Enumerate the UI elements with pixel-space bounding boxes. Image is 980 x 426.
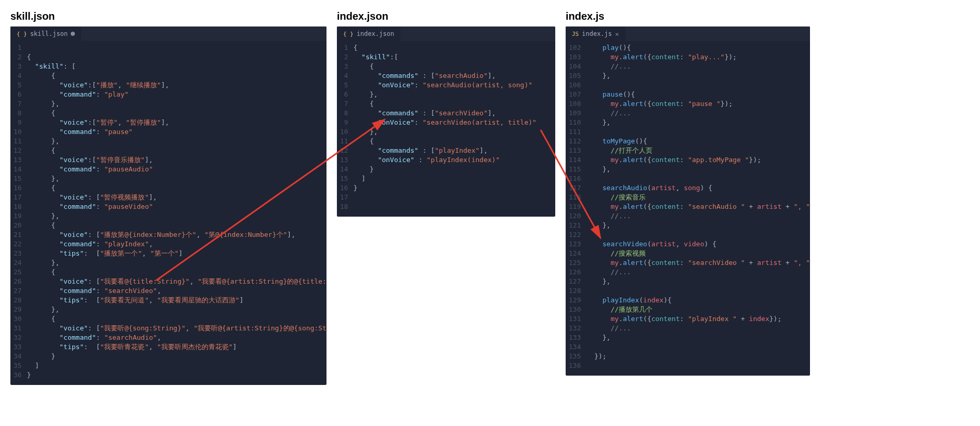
code-line[interactable]: "tips": ["播放第一个", "第一个"]	[27, 249, 326, 258]
code-line[interactable]: {	[354, 137, 537, 146]
code-line[interactable]: {	[27, 146, 326, 155]
code-line[interactable]: }	[27, 370, 326, 380]
code-line[interactable]: my.alert({content: "play..."});	[586, 52, 810, 62]
code-line[interactable]: "commands" : ["playIndex"],	[354, 146, 537, 155]
code-line[interactable]: },	[586, 277, 810, 286]
code-line[interactable]: "voice": ["我要看@{title:String}", "我要看@{ar…	[27, 277, 326, 286]
code-line[interactable]: "skill":[	[354, 52, 537, 62]
code-line[interactable]: "command": "play"	[27, 90, 326, 99]
code-line[interactable]: },	[27, 211, 326, 221]
code-area[interactable]: 1234567891011121314151617181920212223242…	[10, 41, 326, 385]
code-line[interactable]: },	[354, 127, 537, 137]
code-line[interactable]	[354, 193, 537, 202]
code-line[interactable]: "voice": ["暂停视频播放"],	[27, 193, 326, 202]
code-line[interactable]	[586, 81, 810, 90]
code-line[interactable]: {	[27, 109, 326, 118]
code-line[interactable]: {	[27, 314, 326, 324]
editor-index-json[interactable]: { } index.json 1234567891011121314151617…	[337, 26, 555, 217]
code-line[interactable]: {	[27, 221, 326, 230]
code-line[interactable]: },	[586, 165, 810, 174]
code-line[interactable]: //...	[586, 324, 810, 333]
code-line[interactable]: "voice":["暂停音乐播放"],	[27, 155, 326, 165]
code-line[interactable]: "command": "playIndex",	[27, 239, 326, 249]
code-line[interactable]: my.alert({content: "searchVideo " + arti…	[586, 258, 810, 268]
tab-index-json[interactable]: { } index.json	[337, 26, 400, 41]
code-line[interactable]: },	[586, 221, 810, 230]
code-line[interactable]: "voice":["暂停", "暂停播放"],	[27, 118, 326, 127]
code-line[interactable]: my.alert({content: "pause "});	[586, 99, 810, 109]
code-line[interactable]: }	[354, 183, 537, 193]
code-line[interactable]: playIndex(index){	[586, 296, 810, 305]
code-line[interactable]: "command": "pause"	[27, 127, 326, 137]
code-line[interactable]: "onVoice": "searchAudio(artist, song)"	[354, 81, 537, 90]
code-line[interactable]: },	[27, 174, 326, 183]
editor-index-js[interactable]: JS index.js × 10210310410510610710810911…	[566, 26, 810, 376]
code-line[interactable]: //搜索视频	[586, 249, 810, 258]
code-line[interactable]: ]	[354, 174, 537, 183]
code-line[interactable]: {	[27, 268, 326, 277]
code-line[interactable]	[586, 127, 810, 137]
code-lines[interactable]: { "skill": [ { "voice":["播放", "继续播放"], "…	[27, 43, 326, 380]
code-line[interactable]: {	[27, 183, 326, 193]
code-line[interactable]: ]	[27, 361, 326, 370]
code-line[interactable]: {	[27, 52, 326, 62]
code-line[interactable]: });	[586, 352, 810, 361]
code-line[interactable]: //打开个人页	[586, 146, 810, 155]
tab-skill-json[interactable]: { } skill.json	[10, 26, 81, 41]
code-line[interactable]: }	[27, 352, 326, 361]
code-line[interactable]: "commands" : ["searchAudio"],	[354, 71, 537, 81]
code-line[interactable]	[586, 230, 810, 239]
code-line[interactable]: "onVoice": "searchVideo(artist, title)"	[354, 118, 537, 127]
code-line[interactable]: },	[27, 137, 326, 146]
code-line[interactable]: },	[354, 90, 537, 99]
code-line[interactable]: "command": "searchAudio",	[27, 333, 326, 342]
code-line[interactable]: "skill": [	[27, 62, 326, 71]
code-line[interactable]: "tips": ["我要看无间道", "我要看周星驰的大话西游"]	[27, 296, 326, 305]
code-line[interactable]	[586, 286, 810, 296]
code-line[interactable]: {	[354, 62, 537, 71]
code-line[interactable]: }	[354, 165, 537, 174]
code-line[interactable]	[27, 43, 326, 52]
code-lines[interactable]: { "skill":[ { "commands" : ["searchAudio…	[354, 43, 545, 211]
code-line[interactable]: //...	[586, 62, 810, 71]
editor-skill-json[interactable]: { } skill.json 1234567891011121314151617…	[10, 26, 326, 385]
code-lines[interactable]: play(){ my.alert({content: "play..."}); …	[586, 43, 810, 370]
code-line[interactable]: "commands" : ["searchVideo"],	[354, 109, 537, 118]
code-line[interactable]: "voice": ["播放第@{index:Number}个", "第@{ind…	[27, 230, 326, 239]
code-line[interactable]: {	[354, 43, 537, 52]
close-icon[interactable]: ×	[615, 30, 619, 38]
code-line[interactable]: },	[27, 258, 326, 268]
code-line[interactable]: },	[586, 118, 810, 127]
code-line[interactable]: //...	[586, 109, 810, 118]
code-line[interactable]: searchVideo(artist, video) {	[586, 239, 810, 249]
code-line[interactable]: searchAudio(artist, song) {	[586, 183, 810, 193]
code-line[interactable]: },	[27, 99, 326, 109]
code-line[interactable]: pause(){	[586, 90, 810, 99]
code-line[interactable]: {	[354, 99, 537, 109]
code-line[interactable]: "command": "searchVideo",	[27, 286, 326, 296]
code-line[interactable]	[354, 202, 537, 211]
code-area[interactable]: 123456789101112131415161718 { "skill":[ …	[337, 41, 555, 217]
code-line[interactable]: play(){	[586, 43, 810, 52]
code-line[interactable]: my.alert({content: "app.toMyPage "});	[586, 155, 810, 165]
code-line[interactable]: "command": "pauseAudio"	[27, 165, 326, 174]
code-line[interactable]: //...	[586, 268, 810, 277]
code-line[interactable]: toMyPage(){	[586, 137, 810, 146]
code-line[interactable]	[586, 174, 810, 183]
code-line[interactable]: "voice": ["我要听@{song:String}", "我要听@{art…	[27, 324, 326, 333]
code-line[interactable]: "tips": ["我要听青花瓷", "我要听周杰伦的青花瓷"]	[27, 342, 326, 352]
tab-index-js[interactable]: JS index.js ×	[566, 26, 625, 41]
code-line[interactable]	[586, 361, 810, 370]
code-area[interactable]: 1021031041051061071081091101111121131141…	[566, 41, 810, 376]
code-line[interactable]: my.alert({content: "searchAudio " + arti…	[586, 202, 810, 211]
code-line[interactable]: //搜索音乐	[586, 193, 810, 202]
code-line[interactable]: //...	[586, 211, 810, 221]
code-line[interactable]: },	[586, 333, 810, 342]
code-line[interactable]: my.alert({content: "playIndex " + index}…	[586, 314, 810, 324]
code-line[interactable]: },	[27, 305, 326, 314]
code-line[interactable]: },	[586, 71, 810, 81]
code-line[interactable]: {	[27, 71, 326, 81]
code-line[interactable]	[586, 342, 810, 352]
code-line[interactable]: "voice":["播放", "继续播放"],	[27, 81, 326, 90]
code-line[interactable]: "onVoice" : "playIndex(index)"	[354, 155, 537, 165]
